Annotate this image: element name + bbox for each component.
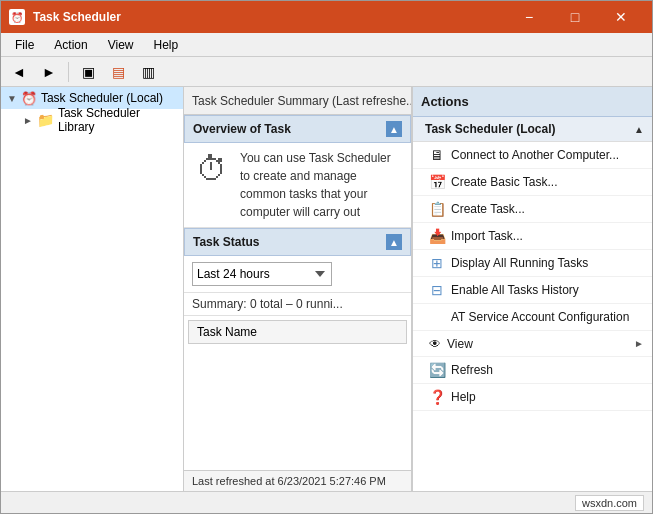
toolbar-btn-3[interactable]: ▥	[134, 60, 162, 84]
status-bar: wsxdn.com	[1, 491, 652, 513]
import-icon: 📥	[429, 228, 445, 244]
task-status-collapse-btn[interactable]: ▲	[386, 234, 402, 250]
action-refresh-label: Refresh	[451, 363, 493, 377]
action-create-basic-label: Create Basic Task...	[451, 175, 558, 189]
actions-panel: Actions Task Scheduler (Local) ▲ 🖥 Conne…	[412, 87, 652, 491]
action-view-label: View	[447, 337, 473, 351]
actions-sub-header[interactable]: Task Scheduler (Local) ▲	[413, 117, 652, 142]
menu-file[interactable]: File	[5, 34, 44, 56]
task-status-label: Task Status	[193, 235, 259, 249]
maximize-button[interactable]: □	[552, 1, 598, 33]
task-name-column-header: Task Name	[189, 321, 407, 344]
window-title: Task Scheduler	[33, 10, 498, 24]
action-connect[interactable]: 🖥 Connect to Another Computer...	[413, 142, 652, 169]
overview-section-header[interactable]: Overview of Task ▲	[184, 115, 411, 143]
minimize-button[interactable]: −	[506, 1, 552, 33]
action-connect-label: Connect to Another Computer...	[451, 148, 619, 162]
action-enable-all-label: Enable All Tasks History	[451, 283, 579, 297]
display-all-icon: ⊞	[429, 255, 445, 271]
main-window: ⏰ Task Scheduler − □ ✕ File Action View …	[0, 0, 653, 514]
help-icon: ❓	[429, 389, 445, 405]
summary-row: Summary: 0 total – 0 runni...	[184, 293, 411, 316]
action-import-label: Import Task...	[451, 229, 523, 243]
toolbar-btn-1[interactable]: ▣	[74, 60, 102, 84]
center-header-text: Task Scheduler Summary (Last refreshe...	[192, 94, 411, 108]
action-refresh[interactable]: 🔄 Refresh	[413, 357, 652, 384]
status-badge: wsxdn.com	[575, 495, 644, 511]
last-refreshed-bar: Last refreshed at 6/23/2021 5:27:46 PM	[184, 470, 411, 491]
menu-help[interactable]: Help	[144, 34, 189, 56]
sidebar-item-library[interactable]: ► 📁 Task Scheduler Library	[1, 109, 183, 131]
action-display-all[interactable]: ⊞ Display All Running Tasks	[413, 250, 652, 277]
refresh-icon: 🔄	[429, 362, 445, 378]
action-view[interactable]: 👁 View ►	[413, 331, 652, 357]
toolbar: ◄ ► ▣ ▤ ▥	[1, 57, 652, 87]
overview-collapse-btn[interactable]: ▲	[386, 121, 402, 137]
action-display-all-label: Display All Running Tasks	[451, 256, 588, 270]
action-create[interactable]: 📋 Create Task...	[413, 196, 652, 223]
overview-text: You can use Task Scheduler to create and…	[240, 149, 403, 221]
time-range-dropdown[interactable]: Last 24 hours Last 7 days Last 30 days	[192, 262, 332, 286]
clock-icon: ⏰	[21, 91, 37, 106]
action-help[interactable]: ❓ Help	[413, 384, 652, 411]
view-submenu-arrow: ►	[634, 338, 644, 349]
action-at-service[interactable]: AT Service Account Configuration	[413, 304, 652, 331]
sub-header-collapse-icon: ▲	[634, 124, 644, 135]
task-table-area: Task Name	[184, 316, 411, 470]
sidebar: ▼ ⏰ Task Scheduler (Local) ► 📁 Task Sche…	[1, 87, 184, 491]
sidebar-root-label: Task Scheduler (Local)	[41, 91, 163, 105]
view-item-left: 👁 View	[429, 337, 473, 351]
summary-text: Summary: 0 total – 0 runni...	[192, 297, 343, 311]
enable-all-icon: ⊟	[429, 282, 445, 298]
library-expand-icon: ►	[23, 115, 33, 126]
forward-button[interactable]: ►	[35, 60, 63, 84]
connect-icon: 🖥	[429, 147, 445, 163]
root-expand-icon: ▼	[7, 93, 17, 104]
action-import[interactable]: 📥 Import Task...	[413, 223, 652, 250]
status-section: Last 24 hours Last 7 days Last 30 days S…	[184, 256, 411, 316]
actions-header: Actions	[413, 87, 652, 117]
app-icon: ⏰	[9, 9, 25, 25]
menu-bar: File Action View Help	[1, 33, 652, 57]
actions-sub-header-label: Task Scheduler (Local)	[425, 122, 555, 136]
center-panel: Task Scheduler Summary (Last refreshe...…	[184, 87, 412, 491]
menu-action[interactable]: Action	[44, 34, 97, 56]
action-help-label: Help	[451, 390, 476, 404]
close-button[interactable]: ✕	[598, 1, 644, 33]
main-content: ▼ ⏰ Task Scheduler (Local) ► 📁 Task Sche…	[1, 87, 652, 491]
action-create-basic[interactable]: 📅 Create Basic Task...	[413, 169, 652, 196]
task-status-section-header[interactable]: Task Status ▲	[184, 228, 411, 256]
actions-title: Actions	[421, 94, 469, 109]
library-folder-icon: 📁	[37, 112, 54, 128]
at-service-icon	[429, 309, 445, 325]
action-at-service-label: AT Service Account Configuration	[451, 310, 629, 324]
toolbar-separator-1	[68, 62, 69, 82]
overview-content: ⏱ You can use Task Scheduler to create a…	[184, 143, 411, 228]
center-header: Task Scheduler Summary (Last refreshe...	[184, 87, 411, 115]
last-refreshed-text: Last refreshed at 6/23/2021 5:27:46 PM	[192, 475, 386, 487]
back-button[interactable]: ◄	[5, 60, 33, 84]
overview-clock-icon: ⏱	[192, 149, 232, 189]
title-bar: ⏰ Task Scheduler − □ ✕	[1, 1, 652, 33]
create-basic-icon: 📅	[429, 174, 445, 190]
create-icon: 📋	[429, 201, 445, 217]
task-table: Task Name	[188, 320, 407, 344]
time-range-dropdown-row: Last 24 hours Last 7 days Last 30 days	[184, 256, 411, 293]
action-enable-all-history[interactable]: ⊟ Enable All Tasks History	[413, 277, 652, 304]
view-icon: 👁	[429, 337, 441, 351]
toolbar-btn-2[interactable]: ▤	[104, 60, 132, 84]
sidebar-library-label: Task Scheduler Library	[58, 106, 177, 134]
menu-view[interactable]: View	[98, 34, 144, 56]
action-create-label: Create Task...	[451, 202, 525, 216]
window-controls: − □ ✕	[506, 1, 644, 33]
overview-label: Overview of Task	[193, 122, 291, 136]
center-body: Overview of Task ▲ ⏱ You can use Task Sc…	[184, 115, 411, 491]
